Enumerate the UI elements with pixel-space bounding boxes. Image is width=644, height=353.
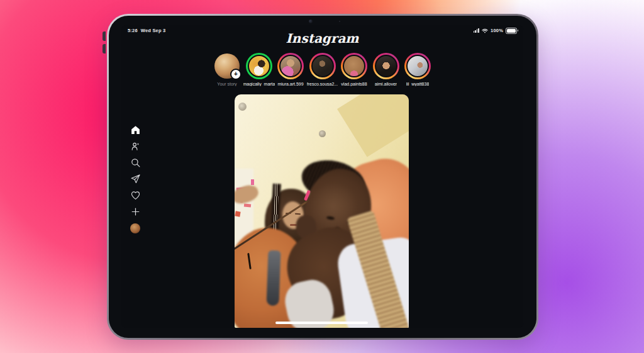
profile-avatar <box>130 223 140 233</box>
heart-icon <box>130 190 141 201</box>
ipad-device: 5:26 Wed Sep 3 100% Instagram <box>107 14 538 340</box>
home-icon <box>130 125 141 135</box>
feed-post-photo[interactable] <box>235 94 409 328</box>
volume-down-button[interactable] <box>103 44 106 53</box>
search-icon <box>130 157 141 168</box>
story-username: miura.art.599 <box>277 82 303 86</box>
messages-tab[interactable] <box>129 174 142 184</box>
story-avatar <box>375 55 397 77</box>
ambient-sensor <box>339 21 340 22</box>
wall-note <box>244 203 251 207</box>
home-tab[interactable] <box>129 125 142 135</box>
notifications-tab[interactable] <box>129 190 142 201</box>
story-item[interactable]: aimi.allover <box>372 53 401 86</box>
instagram-logo: Instagram <box>121 31 523 46</box>
nav-sidebar <box>129 125 142 233</box>
story-item[interactable]: fresco.sousa2... <box>308 53 337 86</box>
profile-tab[interactable] <box>129 223 142 233</box>
story-avatar <box>343 55 365 77</box>
smoke-detector <box>319 130 326 137</box>
story-item[interactable]: miura.art.599 <box>276 53 305 86</box>
story-username: magically_marta <box>243 82 275 86</box>
story-item[interactable]: lil_wyatt838 <box>403 53 432 86</box>
ipad-bezel: 5:26 Wed Sep 3 100% Instagram <box>109 16 536 338</box>
story-item[interactable]: magically_marta <box>245 53 274 86</box>
stories-tray: + Your story magically_marta miura.art.5… <box>121 53 523 86</box>
story-username: lil_wyatt838 <box>406 82 430 86</box>
story-avatar <box>406 55 429 77</box>
story-avatar <box>248 55 270 77</box>
plus-icon <box>130 206 141 217</box>
instagram-app-screen: 5:26 Wed Sep 3 100% Instagram <box>121 25 523 328</box>
create-post-button[interactable] <box>129 206 142 217</box>
story-username: Your story <box>217 82 236 86</box>
story-item-your-story[interactable]: + Your story <box>213 53 242 86</box>
ceiling-corner <box>337 94 409 157</box>
cello-tailpiece <box>266 250 280 306</box>
story-item[interactable]: vlad.paints88 <box>340 53 369 86</box>
home-indicator-bar[interactable] <box>275 322 368 324</box>
send-icon <box>130 174 141 184</box>
story-username: vlad.paints88 <box>341 82 367 86</box>
search-tab[interactable] <box>129 157 142 168</box>
people-icon <box>130 141 141 152</box>
story-username: aimi.allover <box>375 82 397 86</box>
story-username: fresco.sousa2... <box>307 82 338 86</box>
smoke-detector <box>238 103 247 111</box>
volume-up-button[interactable] <box>103 31 106 41</box>
wall-note <box>235 211 240 216</box>
story-avatar <box>311 55 334 77</box>
front-camera <box>309 20 313 23</box>
story-avatar <box>279 55 302 77</box>
discover-people-tab[interactable] <box>129 141 142 152</box>
wall-note <box>251 179 254 185</box>
add-story-plus-icon[interactable]: + <box>230 69 242 80</box>
